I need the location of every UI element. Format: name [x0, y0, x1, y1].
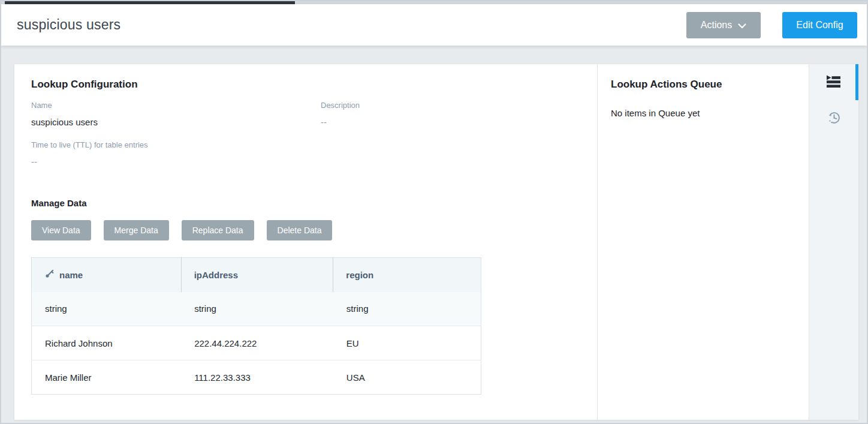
ttl-field: Time to live (TTL) for table entries --: [31, 140, 321, 167]
ttl-field-label: Time to live (TTL) for table entries: [31, 140, 321, 149]
cell-name: Marie Miller: [32, 360, 182, 395]
manage-data-buttons: View Data Merge Data Replace Data Delete…: [31, 220, 580, 240]
page-title: suspicious users: [17, 17, 120, 33]
table-row-types: string string string: [32, 292, 481, 326]
delete-data-button[interactable]: Delete Data: [267, 220, 333, 240]
table-row[interactable]: Richard Johnson 222.44.224.222 EU: [32, 326, 481, 360]
view-data-button[interactable]: View Data: [31, 220, 91, 240]
description-field: Description --: [321, 101, 580, 127]
description-field-value: --: [321, 117, 580, 127]
column-header-ipaddress[interactable]: ipAddress: [181, 258, 333, 292]
name-field-value: suspicious users: [31, 117, 321, 127]
ttl-field-value: --: [31, 157, 321, 167]
cell-ip-type: string: [181, 292, 333, 326]
cell-region-type: string: [333, 292, 481, 326]
history-icon: [827, 112, 841, 128]
app-viewport: suspicious users Actions Edit Config Loo…: [0, 0, 868, 424]
merge-data-button[interactable]: Merge Data: [104, 220, 169, 240]
queue-tab-button[interactable]: [809, 64, 858, 100]
actions-button-label: Actions: [701, 20, 732, 31]
cell-name-type: string: [32, 292, 182, 326]
main-panel: Lookup Configuration Name suspicious use…: [14, 64, 858, 420]
column-header-name[interactable]: name: [32, 258, 182, 292]
replace-data-button[interactable]: Replace Data: [182, 220, 254, 240]
queue-empty-message: No items in Queue yet: [611, 108, 795, 118]
manage-data-title: Manage Data: [31, 198, 580, 208]
column-header-name-label: name: [59, 270, 83, 280]
lookup-configuration-section: Lookup Configuration Name suspicious use…: [14, 64, 598, 420]
cell-name: Richard Johnson: [32, 326, 182, 360]
key-icon: [44, 269, 55, 281]
table-row[interactable]: Marie Miller 111.22.33.333 USA: [32, 360, 481, 395]
actions-dropdown-button[interactable]: Actions: [686, 12, 761, 38]
cell-ip: 111.22.33.333: [181, 360, 333, 395]
column-header-region[interactable]: region: [333, 258, 481, 292]
cell-region: EU: [333, 326, 481, 360]
name-field-label: Name: [31, 101, 321, 110]
lookup-data-table: name ipAddress region string string stri…: [31, 257, 481, 395]
side-icon-rail: [809, 64, 858, 420]
config-fields: Name suspicious users Description -- Tim…: [31, 101, 580, 167]
name-field: Name suspicious users: [31, 101, 321, 127]
active-tab-indicator: [855, 64, 858, 100]
chevron-down-icon: [738, 20, 746, 31]
queue-icon: [827, 75, 841, 90]
description-field-label: Description: [321, 101, 580, 110]
history-tab-button[interactable]: [809, 101, 858, 137]
page-header: suspicious users Actions Edit Config: [1, 4, 867, 46]
lookup-configuration-title: Lookup Configuration: [31, 79, 580, 91]
table-header-row: name ipAddress region: [32, 258, 481, 292]
lookup-actions-queue-title: Lookup Actions Queue: [611, 79, 795, 91]
cell-region: USA: [333, 360, 481, 395]
edit-config-button[interactable]: Edit Config: [782, 12, 857, 38]
cell-ip: 222.44.224.222: [181, 326, 333, 360]
lookup-actions-queue-section: Lookup Actions Queue No items in Queue y…: [598, 64, 809, 420]
